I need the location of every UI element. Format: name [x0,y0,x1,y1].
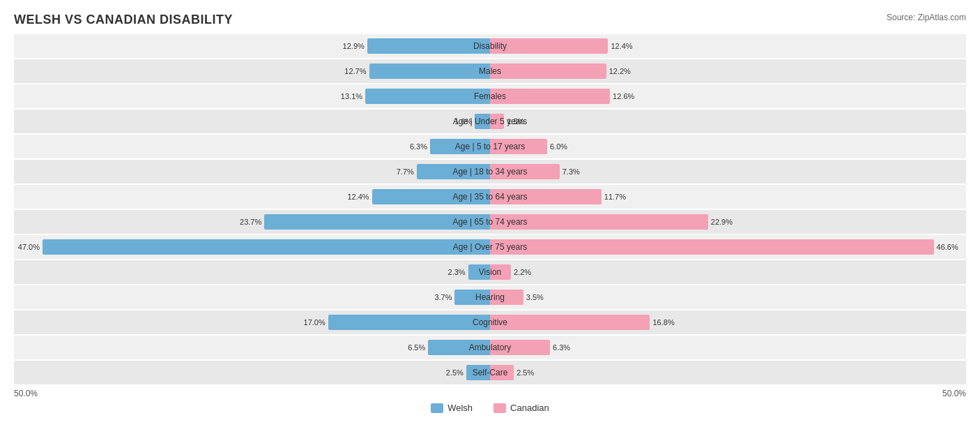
bar-row: 2.3%2.2%Vision [14,260,966,284]
welsh-value: 12.9% [343,42,365,50]
canadian-value: 6.0% [550,142,567,151]
canadian-bar: 22.9% [490,214,708,230]
bar-row: 23.7%22.9%Age | 65 to 74 years [14,210,966,234]
legend-welsh: Welsh [431,403,473,413]
legend-canadian-label: Canadian [510,403,549,413]
canadian-value: 7.3% [562,167,580,176]
canadian-value: 6.3% [553,343,570,352]
canadian-value: 12.2% [609,67,631,75]
welsh-bar: 12.9% [367,38,490,54]
welsh-bar: 7.7% [417,164,490,179]
welsh-bar: 3.7% [454,290,490,305]
welsh-value: 12.7% [344,67,366,75]
canadian-bar: 7.3% [490,164,560,179]
bar-row: 47.0%46.6%Age | Over 75 years [14,235,966,259]
welsh-bar: 12.7% [369,63,490,79]
canadian-bar: 16.8% [490,315,650,330]
welsh-bar: 6.5% [428,340,490,355]
welsh-bar: 1.6% [475,114,490,129]
welsh-value: 6.5% [408,343,425,352]
canadian-bar: 3.5% [490,290,523,305]
canadian-value: 11.7% [604,193,626,201]
canadian-value: 12.4% [611,42,632,50]
welsh-bar: 17.0% [328,315,490,330]
legend-canadian-box [493,403,506,413]
bar-row: 12.9%12.4%Disability [14,34,966,58]
bar-row: 3.7%3.5%Hearing [14,285,966,309]
canadian-value: 3.5% [526,293,544,301]
bar-row: 12.7%12.2%Males [14,59,966,83]
legend: Welsh Canadian [14,403,966,413]
bar-row: 13.1%12.6%Females [14,84,966,108]
welsh-value: 2.3% [448,268,466,276]
welsh-bar: 2.3% [468,264,490,280]
welsh-bar: 23.7% [264,214,490,230]
canadian-bar: 6.3% [490,340,550,355]
chart-title: WELSH VS CANADIAN DISABILITY [14,13,966,27]
welsh-value: 2.5% [446,368,464,377]
canadian-value: 2.2% [514,268,531,276]
welsh-value: 3.7% [434,293,452,301]
bar-row: 1.6%1.5%Age | Under 5 years [14,110,966,133]
canadian-value: 46.6% [937,243,958,251]
canadian-bar: 46.6% [490,239,934,255]
bar-row: 12.4%11.7%Age | 35 to 64 years [14,185,966,209]
source-label: Source: ZipAtlas.com [887,13,966,22]
welsh-value: 23.7% [240,218,261,226]
canadian-value: 1.5% [507,117,524,126]
legend-welsh-box [431,403,443,413]
axis-row: 50.0% 50.0% [14,389,966,398]
canadian-bar: 2.2% [490,264,511,280]
canadian-bar: 12.4% [490,38,608,54]
canadian-bar: 2.5% [490,365,514,380]
bar-row: 17.0%16.8%Cognitive [14,310,966,334]
canadian-value: 16.8% [652,318,674,327]
canadian-bar: 12.2% [490,63,606,79]
welsh-bar: 2.5% [466,365,490,380]
axis-right: 50.0% [490,389,966,398]
chart-container: WELSH VS CANADIAN DISABILITY Source: Zip… [0,0,980,420]
canadian-value: 12.6% [613,92,634,100]
canadian-bar: 1.5% [490,114,504,129]
bar-row: 6.3%6.0%Age | 5 to 17 years [14,135,966,158]
chart-area: 12.9%12.4%Disability12.7%12.2%Males13.1%… [14,34,966,384]
legend-welsh-label: Welsh [447,403,473,413]
canadian-value: 22.9% [711,218,733,226]
welsh-bar: 6.3% [430,139,490,154]
bar-row: 6.5%6.3%Ambulatory [14,336,966,359]
welsh-value: 47.0% [18,243,40,251]
bar-row: 2.5%2.5%Self-Care [14,361,966,384]
axis-left: 50.0% [14,389,490,398]
welsh-value: 6.3% [410,142,427,151]
legend-canadian: Canadian [493,403,549,413]
canadian-value: 2.5% [516,368,534,377]
canadian-bar: 11.7% [490,189,602,204]
welsh-value: 7.7% [397,167,414,176]
welsh-bar: 47.0% [43,239,490,255]
welsh-value: 13.1% [341,92,362,100]
welsh-value: 1.6% [454,117,472,126]
canadian-bar: 12.6% [490,89,610,104]
welsh-value: 17.0% [304,318,326,327]
welsh-bar: 12.4% [372,189,490,204]
welsh-bar: 13.1% [365,89,490,104]
welsh-value: 12.4% [347,193,369,201]
bar-row: 7.7%7.3%Age | 18 to 34 years [14,160,966,183]
canadian-bar: 6.0% [490,139,547,154]
